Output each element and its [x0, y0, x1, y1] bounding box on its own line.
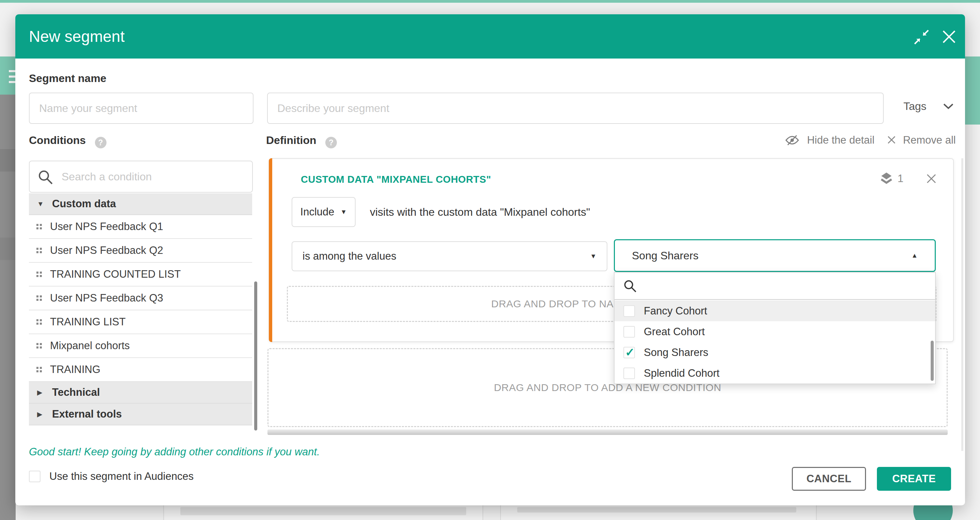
option-checkbox[interactable]: ✓ — [624, 347, 635, 358]
checkmark-icon: ✓ — [625, 345, 635, 359]
layers-icon — [880, 172, 893, 186]
drag-handle-icon — [37, 272, 42, 277]
conditions-list: ▼Custom dataUser NPS Feedback Q1User NPS… — [29, 193, 252, 425]
drag-handle-icon — [37, 367, 42, 372]
definition-label: Definition — [266, 134, 317, 146]
triangle-right-icon: ▶ — [37, 388, 52, 396]
progress-hint: Good start! Keep going by adding other c… — [29, 446, 320, 458]
condition-item[interactable]: TRAINING LIST — [29, 310, 252, 334]
condition-group-external-tools[interactable]: ▶External tools — [29, 404, 252, 425]
condition-item[interactable]: User NPS Feedback Q3 — [29, 286, 252, 310]
app-header-edge-right — [965, 57, 980, 124]
remove-condition-icon[interactable] — [926, 173, 937, 184]
remove-all-label: Remove all — [903, 134, 956, 146]
hide-detail-label: Hide the detail — [807, 134, 875, 146]
hide-detail-button[interactable]: Hide the detail — [785, 134, 875, 146]
modal-title: New segment — [29, 27, 124, 46]
condition-search-input[interactable] — [62, 161, 245, 192]
operator-select[interactable]: is among the values ▼ — [292, 241, 608, 271]
condition-item[interactable]: User NPS Feedback Q2 — [29, 239, 252, 263]
condition-sentence: visits with the custom data "Mixpanel co… — [370, 206, 590, 218]
operator-value: is among the values — [302, 250, 396, 262]
caret-up-icon: ▲ — [911, 252, 918, 259]
definition-help-icon[interactable]: ? — [325, 137, 337, 148]
create-button[interactable]: CREATE — [877, 467, 951, 491]
segment-name-label: Segment name — [29, 72, 107, 85]
segment-description-input[interactable] — [267, 92, 884, 124]
audiences-checkbox-row[interactable]: Use this segment in Audiences — [29, 470, 194, 483]
triangle-right-icon: ▶ — [37, 410, 52, 418]
drag-handle-icon — [37, 296, 42, 301]
conditions-header: Conditions ? — [29, 134, 107, 148]
dropdown-option[interactable]: ✓Splendid Cohort — [614, 363, 935, 383]
new-segment-modal: New segment Segment name Tags Conditions… — [15, 14, 965, 506]
include-select[interactable]: Include ▼ — [292, 197, 356, 227]
drag-handle-icon — [37, 224, 42, 229]
remove-all-button[interactable]: Remove all — [887, 134, 956, 146]
include-label: Include — [301, 206, 334, 218]
conditions-help-icon[interactable]: ? — [95, 137, 107, 148]
drag-handle-icon — [37, 248, 42, 253]
conditions-scrollbar[interactable] — [254, 281, 257, 431]
audiences-label: Use this segment in Audiences — [49, 470, 194, 483]
value-select-label: Song Sharers — [632, 250, 698, 262]
drag-handle-icon — [37, 343, 42, 348]
option-checkbox[interactable]: ✓ — [624, 305, 635, 317]
tags-label: Tags — [904, 100, 927, 112]
dropdown-option[interactable]: ✓Great Cohort — [614, 321, 935, 342]
condition-item[interactable]: TRAINING COUNTED LIST — [29, 263, 252, 286]
value-dropdown-panel: ✓Fancy Cohort✓Great Cohort✓Song Sharers✓… — [614, 272, 936, 384]
chevron-down-icon — [943, 103, 954, 109]
horizontal-scrollbar[interactable] — [267, 429, 948, 435]
collapse-icon[interactable] — [914, 29, 929, 46]
dropdown-option[interactable]: ✓Song Sharers — [614, 342, 935, 363]
card-accent-bar — [269, 158, 272, 342]
modal-header: New segment — [15, 14, 965, 59]
caret-down-icon: ▼ — [590, 253, 597, 260]
condition-group-custom-data[interactable]: ▼Custom data — [29, 193, 252, 215]
page-top-strip — [0, 0, 980, 3]
option-checkbox[interactable]: ✓ — [624, 326, 635, 337]
caret-down-icon: ▼ — [340, 208, 347, 216]
close-icon — [887, 135, 896, 144]
close-icon[interactable] — [942, 29, 956, 46]
eye-slash-icon — [785, 135, 799, 146]
definition-header: Definition ? — [266, 134, 337, 148]
condition-group-technical[interactable]: ▶Technical — [29, 382, 252, 404]
value-select[interactable]: Song Sharers ▲ — [614, 239, 936, 272]
segment-name-input[interactable] — [29, 92, 253, 124]
dropdown-search[interactable] — [614, 273, 935, 300]
audiences-checkbox[interactable] — [29, 471, 40, 482]
tags-dropdown[interactable]: Tags — [904, 100, 954, 113]
dimmed-sidebar — [0, 95, 16, 520]
conditions-label: Conditions — [29, 134, 86, 146]
condition-item[interactable]: User NPS Feedback Q1 — [29, 215, 252, 239]
dropdown-scrollbar[interactable] — [931, 341, 934, 381]
triangle-down-icon: ▼ — [37, 200, 52, 208]
definition-scroll-track[interactable] — [961, 158, 963, 451]
search-icon — [624, 279, 637, 293]
drag-handle-icon — [37, 319, 42, 324]
condition-item[interactable]: TRAINING — [29, 358, 252, 382]
condition-card-title: CUSTOM DATA "MIXPANEL COHORTS" — [301, 174, 491, 185]
option-checkbox[interactable]: ✓ — [624, 367, 635, 379]
search-icon — [38, 170, 53, 185]
cancel-button[interactable]: CANCEL — [792, 467, 866, 491]
dropdown-options: ✓Fancy Cohort✓Great Cohort✓Song Sharers✓… — [614, 301, 935, 383]
condition-search — [29, 161, 253, 192]
condition-item[interactable]: Mixpanel cohorts — [29, 334, 252, 358]
dropdown-option[interactable]: ✓Fancy Cohort — [614, 301, 935, 321]
layer-count: 1 — [898, 173, 904, 185]
